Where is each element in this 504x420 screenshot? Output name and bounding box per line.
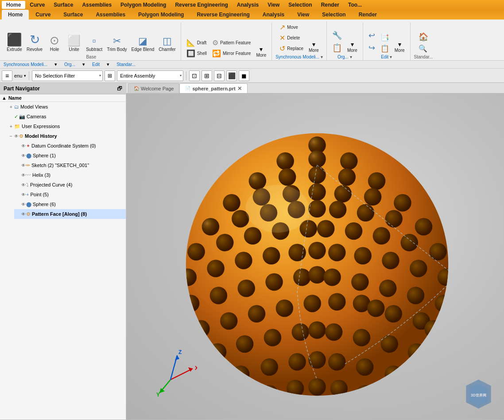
snap-btn-4[interactable]: ⬛	[226, 70, 237, 81]
expand-model-history[interactable]: −	[9, 134, 13, 139]
snap-btn-2[interactable]: ⊞	[202, 70, 212, 81]
filter-options-button[interactable]: ⊞	[105, 70, 115, 81]
draft-button[interactable]: 📐 Draft	[185, 38, 209, 48]
snap-btn-1[interactable]: ⊡	[189, 70, 200, 81]
tab-render[interactable]: Render	[353, 10, 383, 19]
tree-item-model-views[interactable]: + 🗂 Model Views	[7, 102, 126, 112]
viewport[interactable]: 🏠 Welcome Page 📄 sphere_pattern.prt ✕	[126, 83, 504, 420]
axes-indicator: X Y Z	[144, 344, 197, 397]
org-btn-2[interactable]: 📋	[330, 42, 344, 54]
sync-modeling-link[interactable]: Synchronous Modeli...	[4, 62, 47, 67]
svg-point-83	[328, 353, 345, 370]
feature-more-button[interactable]: ▾ More	[254, 45, 268, 58]
tree-item-user-expressions[interactable]: + 📁 User Expressions	[7, 121, 126, 131]
subtract-icon: ▫	[93, 35, 97, 46]
snap-btn-3[interactable]: ⊟	[214, 70, 225, 81]
replace-button[interactable]: ↺ Replace	[278, 43, 305, 54]
menu-assemblies[interactable]: Assemblies	[78, 1, 116, 9]
svg-point-29	[244, 227, 261, 245]
svg-point-42	[308, 242, 326, 259]
tab-polygon[interactable]: Polygon Modeling	[132, 10, 190, 19]
shell-button[interactable]: 🔲 Shell	[185, 48, 209, 58]
tree-item-model-history[interactable]: − 👁 ⚙ Model History	[7, 131, 126, 141]
tree-item-datum-coord[interactable]: 👁 ✦ Datum Coordinate System (0)	[14, 141, 126, 151]
org-link[interactable]: Org...	[64, 62, 75, 67]
tree-item-projected-curve-4[interactable]: 👁 ⤵ Projected Curve (4)	[14, 180, 126, 190]
mirror-feature-icon: 🔁	[212, 49, 221, 58]
expand-user-expr[interactable]: +	[9, 124, 13, 129]
snap-btn-5[interactable]: ◼	[239, 70, 249, 81]
tab-reverse[interactable]: Reverse Engineering	[190, 10, 256, 19]
move-button[interactable]: ↗ Move	[278, 22, 305, 32]
extrude-button[interactable]: ⬛ Extrude	[5, 32, 23, 54]
tab-home[interactable]: Home	[2, 10, 29, 19]
edit-more-button[interactable]: ▾ More	[393, 40, 407, 54]
chamfer-button[interactable]: ◫ Chamfer	[157, 35, 177, 54]
menu-selection[interactable]: Selection	[284, 1, 316, 9]
edit-btn-2[interactable]: ↪	[367, 42, 377, 54]
nav-restore-icon[interactable]: 🗗	[117, 86, 122, 92]
edge-blend-button[interactable]: ◪ Edge Blend	[130, 35, 156, 54]
hole-icon: ⊙	[50, 35, 59, 46]
menu-curve[interactable]: Curve	[25, 1, 49, 9]
snap-icon-3: ⊟	[217, 72, 222, 79]
user-expressions-label: User Expressions	[22, 124, 60, 129]
edit-link[interactable]: Edit	[92, 62, 100, 67]
edit-btn-3[interactable]: 📑	[379, 32, 391, 43]
menu-icon: ≡	[5, 72, 9, 79]
svg-point-54	[323, 268, 341, 286]
menu-reverse[interactable]: Reverse Engineering	[171, 1, 232, 9]
standard-btn-2[interactable]: 🔍	[417, 43, 430, 54]
menu-home[interactable]: Home	[2, 1, 25, 9]
tree-item-helix-3[interactable]: 👁 〰 Helix (3)	[14, 170, 126, 180]
tab-close-button[interactable]: ✕	[237, 86, 242, 92]
unite-button[interactable]: ⬜ Unite	[65, 34, 83, 54]
snap-icon-1: ⊡	[192, 72, 197, 79]
viewport-content[interactable]: X Y Z 3D世界网	[126, 93, 504, 420]
tree-item-pattern-face-8[interactable]: 👁 ⚙ Pattern Face [Along] (8)	[14, 209, 126, 219]
tree-item-point-5[interactable]: 👁 + Point (5)	[14, 190, 126, 199]
tree-item-sketch-2[interactable]: 👁 ✏ Sketch (2) "SKETCH_001"	[14, 160, 126, 170]
org-more-button[interactable]: ▾ More	[345, 40, 359, 54]
sync-more-button[interactable]: ▾ More	[307, 40, 321, 54]
trim-body-button[interactable]: ✂ Trim Body	[105, 35, 128, 54]
tab-assemblies[interactable]: Assemblies	[89, 10, 132, 19]
delete-button[interactable]: ✕ Delete	[278, 33, 305, 43]
mirror-feature-button[interactable]: 🔁 Mirror Feature	[210, 48, 252, 58]
standard-btn-1[interactable]: 🏠	[417, 31, 430, 43]
menu-analysis[interactable]: Analysis	[233, 1, 263, 9]
hole-button[interactable]: ⊙ Hole	[46, 33, 63, 54]
cameras-icon: 📷	[19, 114, 25, 120]
expand-model-views[interactable]: +	[9, 105, 13, 109]
selection-filter-dropdown[interactable]: No Selection Filter Feature Body Face Ed…	[32, 70, 103, 81]
nav-header: Part Navigator 🗗	[0, 83, 126, 94]
edit-btn-4[interactable]: 📋	[379, 43, 391, 54]
revolve-button[interactable]: ↻ Revolve	[25, 32, 44, 54]
tab-analysis[interactable]: Analysis	[256, 10, 291, 19]
tree-item-sphere-1[interactable]: 👁 ⬤ Sphere (1)	[14, 151, 126, 160]
ribbon-col-pattern: ⚙ Pattern Feature 🔁 Mirror Feature	[210, 38, 252, 58]
tab-curve[interactable]: Curve	[29, 10, 57, 19]
menu-view[interactable]: View	[263, 1, 284, 9]
tab-welcome[interactable]: 🏠 Welcome Page	[128, 83, 179, 93]
edit-btn-1[interactable]: ↩	[367, 30, 377, 41]
svg-point-78	[408, 343, 425, 361]
tab-view[interactable]: View	[291, 10, 315, 19]
menu-polygon[interactable]: Polygon Modeling	[116, 1, 171, 9]
move-label: Move	[287, 25, 298, 30]
tab-selection[interactable]: Selection	[316, 10, 352, 19]
tab-sphere-pattern[interactable]: 📄 sphere_pattern.prt ✕	[179, 83, 247, 93]
menu-button[interactable]: ≡	[2, 70, 12, 81]
menu-tools[interactable]: Too...	[344, 1, 366, 9]
org-btn-1[interactable]: 🔧	[330, 30, 344, 41]
subtract-button[interactable]: ▫ Subtract	[85, 34, 104, 54]
tree-item-cameras[interactable]: ✓ 📷 Cameras	[7, 112, 126, 121]
tab-surface[interactable]: Surface	[57, 10, 89, 19]
tree-item-sphere-6[interactable]: 👁 ⬤ Sphere (6)	[14, 199, 126, 209]
pattern-feature-button[interactable]: ⚙ Pattern Feature	[210, 38, 252, 48]
menu-surface[interactable]: Surface	[49, 1, 78, 9]
sort-icon[interactable]: ▲	[2, 95, 7, 101]
menu-render[interactable]: Render	[317, 1, 344, 9]
assembly-filter-dropdown[interactable]: Entire Assembly Work Part Only	[117, 70, 183, 81]
standard-link[interactable]: Standar...	[116, 62, 136, 67]
